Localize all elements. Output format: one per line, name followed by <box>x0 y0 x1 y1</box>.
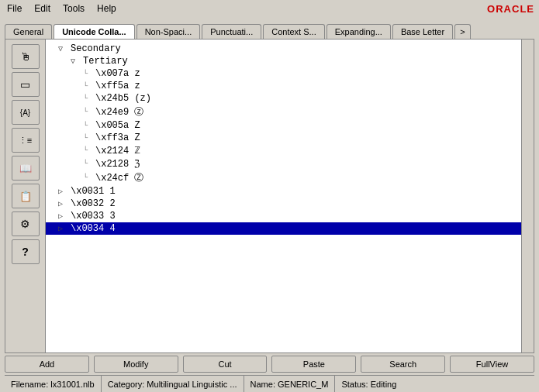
expander-x007a: └ <box>83 70 94 78</box>
expander-x0034: ▷ <box>58 224 69 233</box>
tab-context-s[interactable]: Context S... <box>263 24 324 39</box>
expander-x005a: └ <box>83 122 94 130</box>
gear-icon[interactable]: ⚙ <box>12 211 40 236</box>
tab-expanding[interactable]: Expanding... <box>327 24 391 39</box>
expander-x2124: └ <box>83 146 94 155</box>
cursor-icon[interactable]: 🖱 <box>12 44 40 69</box>
search-button[interactable]: Search <box>361 356 445 373</box>
node-label-x0031: \x0031 1 <box>69 186 116 197</box>
tree-node-secondary[interactable]: ▽ Secondary <box>46 43 521 55</box>
expander-x24b5: └ <box>83 95 94 103</box>
add-button[interactable]: Add <box>5 356 89 373</box>
status-editing: Status: Editing <box>335 376 403 392</box>
action-bar: Add Modify Cut Paste Search FullView <box>0 353 539 375</box>
node-label-xff3a: \xff3a Z <box>94 132 140 143</box>
tab-bar: General Unicode Colla... Non-Spaci... Pu… <box>0 17 539 39</box>
tree-node-x0034[interactable]: ▷ \x0034 4 <box>46 222 521 235</box>
tab-base-letter[interactable]: Base Letter <box>392 24 453 39</box>
menu-help[interactable]: Help <box>95 2 119 15</box>
expander-xff5a: └ <box>83 82 94 91</box>
menu-tools[interactable]: Tools <box>60 2 87 15</box>
tree-area[interactable]: ▽ Secondary ▽ Tertiary └ \x007a z └ \xff… <box>46 40 521 352</box>
expander-tertiary: ▽ <box>71 57 81 66</box>
list-icon[interactable]: ⋮≡ <box>12 128 40 153</box>
paste-button[interactable]: Paste <box>271 356 356 373</box>
tree-node-x24e9[interactable]: └ \x24e9 ⓩ <box>46 105 521 119</box>
tree-node-x24cf[interactable]: └ \x24cf Ⓩ <box>46 170 521 185</box>
tree-node-x0031[interactable]: ▷ \x0031 1 <box>46 185 521 198</box>
menu-bar: File Edit Tools Help ORACLE <box>0 0 539 17</box>
expander-xff3a: └ <box>83 134 94 143</box>
tree-node-x2124[interactable]: └ \x2124 ℤ <box>46 144 521 157</box>
node-label-x007a: \x007a z <box>94 68 140 79</box>
tab-non-spaci[interactable]: Non-Spaci... <box>136 24 201 39</box>
oracle-logo: ORACLE <box>487 3 534 15</box>
tab-unicode-colla[interactable]: Unicode Colla... <box>54 24 135 39</box>
node-label-xff5a: \xff5a z <box>94 81 140 91</box>
node-label-x24e9: \x24e9 ⓩ <box>94 105 143 119</box>
tree-node-xff5a[interactable]: └ \xff5a z <box>46 80 521 92</box>
tab-punctuati[interactable]: Punctuati... <box>202 24 261 39</box>
node-label-secondary: Secondary <box>69 43 121 54</box>
node-label-x24cf: \x24cf Ⓩ <box>94 171 143 184</box>
tree-node-xff3a[interactable]: └ \xff3a Z <box>46 132 521 144</box>
status-filename: Filename: lx31001.nlb <box>5 376 102 392</box>
tab-general[interactable]: General <box>5 24 52 39</box>
book-icon[interactable]: 📖 <box>12 156 40 181</box>
main-container: 🖱 ▭ {A} ⋮≡ 📖 📋 ⚙ ? ▽ Secondary ▽ Tertiar… <box>5 39 534 353</box>
tree-node-x007a[interactable]: └ \x007a z <box>46 67 521 80</box>
rectangle-icon[interactable]: ▭ <box>12 72 40 97</box>
cut-button[interactable]: Cut <box>183 356 268 373</box>
braces-icon[interactable]: {A} <box>12 100 40 125</box>
node-label-x0033: \x0033 3 <box>69 211 116 222</box>
scrollbar[interactable] <box>521 40 534 352</box>
status-category: Category: Multilingual Linguistic ... <box>102 376 244 392</box>
tree-node-x005a[interactable]: └ \x005a Z <box>46 119 521 132</box>
tree-node-tertiary[interactable]: ▽ Tertiary <box>46 55 521 67</box>
expander-x24cf: └ <box>83 174 94 182</box>
node-label-x24b5: \x24b5 (z) <box>94 93 151 104</box>
expander-x0031: ▷ <box>58 187 69 196</box>
note-icon[interactable]: 📋 <box>12 184 40 208</box>
tree-node-x24b5[interactable]: └ \x24b5 (z) <box>46 92 521 105</box>
expander-secondary: ▽ <box>58 44 69 53</box>
menu-edit[interactable]: Edit <box>32 2 53 15</box>
tree-node-x0033[interactable]: ▷ \x0033 3 <box>46 210 521 222</box>
node-label-x005a: \x005a Z <box>94 120 140 131</box>
expander-x0033: ▷ <box>58 211 69 221</box>
help-icon[interactable]: ? <box>12 239 40 264</box>
tree-node-x0032[interactable]: ▷ \x0032 2 <box>46 198 521 210</box>
expander-x24e9: └ <box>83 108 94 116</box>
node-label-x2124: \x2124 ℤ <box>94 145 140 156</box>
fullview-button[interactable]: FullView <box>450 356 534 373</box>
expander-x0032: ▷ <box>58 199 69 208</box>
node-label-x0032: \x0032 2 <box>69 198 116 209</box>
menu-items: File Edit Tools Help <box>5 2 119 15</box>
node-label-x0034: \x0034 4 <box>69 223 116 234</box>
status-name: Name: GENERIC_M <box>244 376 336 392</box>
left-toolbar: 🖱 ▭ {A} ⋮≡ 📖 📋 ⚙ ? <box>5 40 46 352</box>
modify-button[interactable]: Modify <box>94 356 178 373</box>
tree-node-x2128[interactable]: └ \x2128 ℨ <box>46 157 521 170</box>
node-label-x2128: \x2128 ℨ <box>94 158 140 170</box>
menu-file[interactable]: File <box>5 2 24 15</box>
tab-more[interactable]: > <box>454 24 470 39</box>
expander-x2128: └ <box>83 160 94 168</box>
node-label-tertiary: Tertiary <box>81 56 128 67</box>
status-bar: Filename: lx31001.nlb Category: Multilin… <box>5 375 534 392</box>
